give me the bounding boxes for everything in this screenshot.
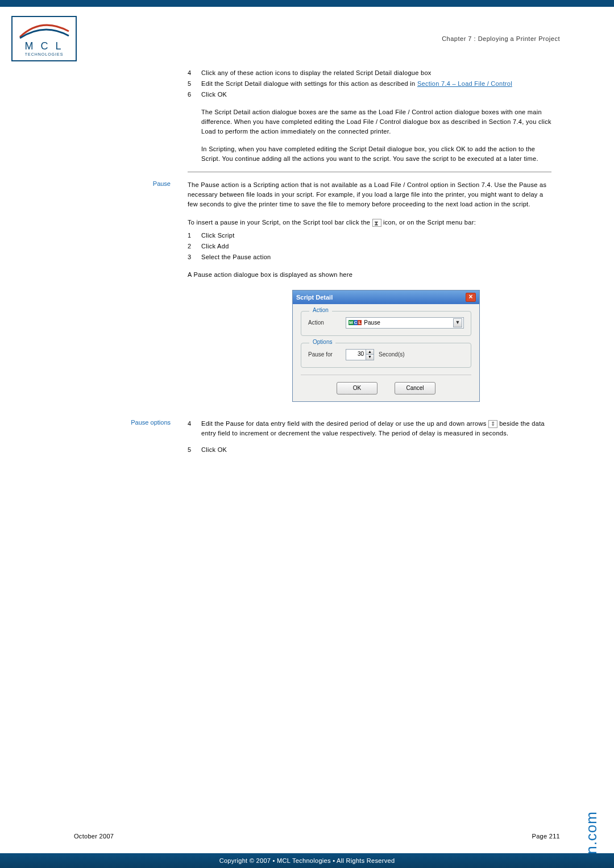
- step-text: Edit the Pause for data entry field with…: [201, 419, 551, 438]
- script-detail-dialog: Script Detail × Action Action MCL Pause …: [292, 290, 480, 402]
- top-bar: [0, 0, 614, 7]
- step-text: Click any of these action icons to displ…: [201, 68, 551, 78]
- step-num: 2: [188, 242, 201, 251]
- ok-button[interactable]: OK: [337, 382, 377, 394]
- divider: [188, 172, 551, 172]
- step-text: Edit the Script Detail dialogue with set…: [201, 79, 551, 89]
- action-value: Pause: [364, 319, 380, 326]
- logo: M C L TECHNOLOGIES: [11, 16, 77, 61]
- step-text: Select the Pause action: [201, 252, 551, 262]
- paragraph: In Scripting, when you have completed ed…: [201, 144, 551, 164]
- margin-label-pause-options: Pause options: [108, 419, 171, 426]
- step-text: Click OK: [201, 445, 551, 455]
- options-fieldset: Options Pause for 30 ▲▼ Second(s): [301, 343, 471, 368]
- step-num: 4: [188, 419, 201, 438]
- section-link[interactable]: Section 7.4 – Load File / Control: [417, 80, 512, 87]
- logo-text: M C L: [24, 40, 63, 52]
- step-num: 3: [188, 252, 201, 262]
- action-select[interactable]: MCL Pause ▼: [346, 317, 464, 329]
- action-label: Action: [308, 319, 341, 326]
- step-num: 1: [188, 231, 201, 240]
- pause-for-input[interactable]: 30 ▲▼: [346, 349, 374, 360]
- step-num: 6: [188, 90, 201, 99]
- pause-section: The Pause action is a Scripting action t…: [188, 180, 551, 279]
- step-num: 5: [188, 445, 201, 455]
- step-text: Click Script: [201, 231, 551, 240]
- pause-options-section: 4Edit the Pause for data entry field wit…: [188, 419, 551, 455]
- spinner-icon[interactable]: ▲▼: [366, 350, 374, 360]
- fieldset-legend: Options: [309, 339, 335, 345]
- spinner-inline-icon: [488, 420, 497, 428]
- action-fieldset: Action Action MCL Pause ▼: [301, 311, 471, 336]
- step-num: 4: [188, 68, 201, 78]
- paragraph: A Pause action dialogue box is displayed…: [188, 270, 551, 280]
- pause-for-label: Pause for: [308, 351, 341, 358]
- pause-for-suffix: Second(s): [379, 351, 405, 358]
- paragraph: To insert a pause in your Script, on the…: [188, 218, 551, 227]
- close-icon[interactable]: ×: [466, 293, 476, 302]
- chevron-down-icon[interactable]: ▼: [453, 318, 462, 327]
- cancel-button[interactable]: Cancel: [395, 382, 435, 394]
- step-num: 5: [188, 79, 201, 89]
- dialog-titlebar: Script Detail ×: [293, 290, 479, 304]
- footer-date: October 2007: [74, 833, 114, 840]
- steps-top: 4Click any of these action icons to disp…: [188, 68, 551, 164]
- paragraph: The Pause action is a Scripting action t…: [188, 180, 551, 209]
- hourglass-icon: [372, 219, 381, 227]
- logo-subtext: TECHNOLOGIES: [25, 52, 64, 56]
- fieldset-legend: Action: [309, 307, 332, 313]
- chapter-header: Chapter 7 : Deploying a Printer Project: [442, 35, 560, 42]
- dialog-title: Script Detail: [296, 294, 333, 301]
- step-text: Click Add: [201, 242, 551, 251]
- footer-page: Page 211: [532, 833, 561, 840]
- mcl-badge-icon: MCL: [349, 320, 362, 325]
- divider: [301, 375, 471, 375]
- logo-curves-icon: [19, 21, 70, 39]
- paragraph: The Script Detail action dialogue boxes …: [201, 107, 551, 136]
- step-text: Click OK: [201, 90, 551, 99]
- margin-label-pause: Pause: [108, 180, 171, 187]
- footer-copyright: Copyright © 2007 • MCL Technologies • Al…: [0, 853, 614, 868]
- pause-for-value: 30: [346, 350, 366, 360]
